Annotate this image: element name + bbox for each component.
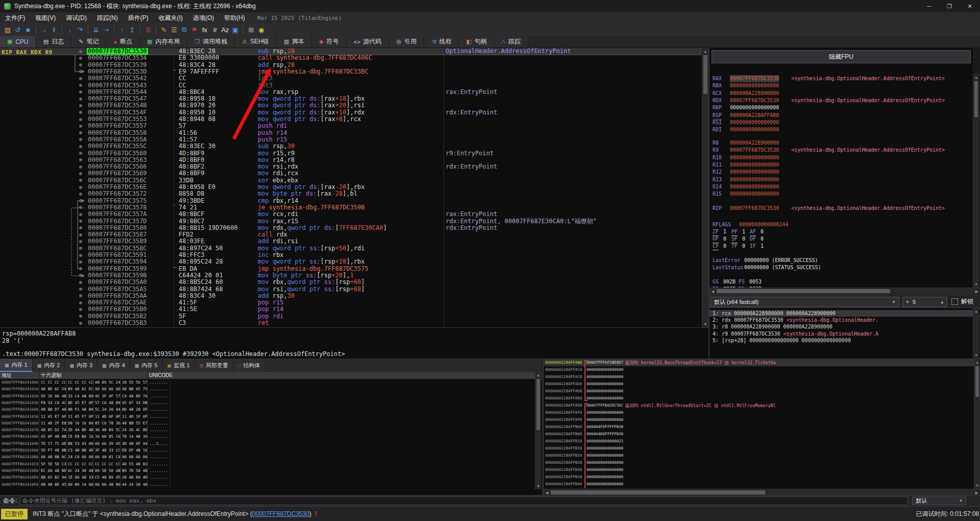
register-value[interactable]: 0000000000000000: [730, 119, 779, 126]
disasm-row[interactable]: 00007FF687DC35B3C3ret: [0, 320, 701, 326]
breakpoint-dot[interactable]: [79, 301, 82, 304]
register-value[interactable]: 00007FF687DC3530: [730, 75, 779, 82]
breakpoint-dot[interactable]: [79, 206, 82, 209]
hide-fpu-button[interactable]: 隐藏FPU: [712, 50, 971, 63]
disasm-row[interactable]: 00007FF687DC359BC64424 20 01mov byte ptr…: [0, 272, 701, 279]
register-row[interactable]: R140000000000000000: [709, 183, 973, 191]
stop-button[interactable]: ■: [23, 26, 33, 34]
bookmark-button[interactable]: ⚑: [190, 26, 199, 34]
label-button[interactable]: ⧉: [180, 26, 189, 34]
register-value[interactable]: 0000000000000000: [730, 82, 779, 89]
tab-seh-chain[interactable]: ⚠SEH链: [235, 36, 277, 48]
dump-row[interactable]: 00007FFFB02410E08B 05 B2 941E 00 48 33C5…: [0, 474, 535, 481]
tab-dump5[interactable]: ▦内存 5: [130, 359, 163, 372]
disasm-row[interactable]: 00007FF687DC35A048:8B5C24 60mov rbx,qwor…: [0, 279, 701, 286]
dump-scrollbar[interactable]: ▲ ▼: [535, 372, 541, 489]
stack-row[interactable]: 000000A228AFFAE800007FFFB02DC5DC返回到 ntdl…: [544, 402, 974, 409]
register-value[interactable]: 000000A228900000: [730, 139, 779, 147]
breakpoint-dot[interactable]: [79, 145, 82, 148]
disasm-row[interactable]: 00007FF687DC358C48:897C24 50mov qword pt…: [0, 245, 701, 252]
tab-call-stack[interactable]: ❐调用堆栈: [187, 36, 235, 48]
dump-row[interactable]: 00007FFFB0241030F8 33 C0 4C8D 45 E7 0F57…: [0, 399, 535, 406]
breakpoint-dot[interactable]: [79, 90, 82, 93]
stack-row[interactable]: 000000A228AFFB00000004F0FFFFFB30: [544, 423, 974, 431]
disasm-row[interactable]: 00007FF687DC353948:83C4 28add rsp,28: [0, 62, 701, 68]
breakpoint-dot[interactable]: [79, 77, 82, 80]
disasm-row[interactable]: 00007FF687DC3578ˇ74 21je synthesia-dbg.7…: [0, 204, 701, 211]
register-value[interactable]: 0000000000000000: [730, 169, 779, 176]
stack-row[interactable]: 000000A228AFFAF00000000000000000: [544, 409, 974, 416]
register-row[interactable]: GS002BFS0053: [709, 278, 973, 286]
register-value[interactable]: 0000000000000000: [730, 154, 779, 161]
tab-dump3[interactable]: ▦内存 3: [65, 359, 97, 372]
disasm-row[interactable]: 00007FF687DC35A548:8B7424 68mov rsi,qwor…: [0, 286, 701, 293]
dump-row[interactable]: 00007FFFB024102095 1E 00 4833 C4 48 8945…: [0, 393, 535, 399]
disasm-row[interactable]: 00007FF687DC354748:8958 18mov qword ptr …: [0, 96, 701, 102]
patch-button[interactable]: ✎: [159, 26, 168, 34]
disasm-row[interactable]: 00007FF687DC35634D:8BF0mov r14,r8: [0, 157, 701, 163]
dump-column-header[interactable]: 地址: [0, 372, 39, 379]
menu-item[interactable]: 插件(P): [123, 14, 154, 22]
fastcall-arg-row[interactable]: 4: r9 00007FF687DC3530 <synthesia-dbg.Op…: [709, 330, 973, 337]
dump-column-header[interactable]: 十六进制: [39, 372, 148, 379]
tab-dump2[interactable]: ▦内存 2: [33, 359, 65, 372]
breakpoint-dot[interactable]: [79, 131, 82, 134]
stack-row[interactable]: 000000A228AFFAD80000000000000000: [544, 388, 974, 395]
stack-row[interactable]: 000000A228AFFB400000000000000000: [544, 481, 974, 488]
stack-row[interactable]: 000000A228AFFB300000000000000000: [544, 466, 974, 473]
command-input[interactable]: [20, 496, 908, 505]
register-row[interactable]: RIP00007FF687DC3530<synthesia-dbg.Option…: [709, 205, 973, 212]
register-value[interactable]: 0000000000000000: [730, 191, 779, 198]
breakpoint-dot[interactable]: [79, 104, 82, 107]
breakpoint-dot[interactable]: [79, 118, 82, 121]
breakpoint-dot[interactable]: [79, 84, 82, 87]
register-row[interactable]: RFLAGS0000000000000244: [709, 221, 973, 228]
flag-name[interactable]: CF: [713, 243, 719, 250]
register-row[interactable]: RCX000000A228900000: [709, 90, 973, 97]
unlock-checkbox[interactable]: [951, 298, 958, 305]
breakpoint-dot[interactable]: [79, 165, 82, 169]
execute-till-return-button[interactable]: ↑: [117, 26, 127, 34]
stack-row[interactable]: 000000A228AFFAD00000000000000000: [544, 381, 974, 388]
tab-struct[interactable]: ∷结构体: [233, 359, 265, 372]
disasm-row[interactable]: 00007FF687DC357A48:8BCFmov rcx,rdirax:En…: [0, 211, 701, 218]
disasm-row[interactable]: 00007FF687DC356948:8BF9mov rdi,rcx: [0, 170, 701, 177]
trace-into-button[interactable]: ⇊: [91, 26, 101, 34]
breakpoint-dot[interactable]: [79, 50, 82, 53]
dump-row[interactable]: 00007FFFB02410F008 48 8D 4500 B9 14 0000…: [0, 481, 535, 488]
scylla-button[interactable]: S: [143, 26, 153, 34]
tab-locals[interactable]: ⊡局部变量: [195, 359, 234, 372]
arg-count-stepper[interactable]: ▼ 5 ▲: [902, 297, 947, 307]
register-value[interactable]: 0000000000000000: [730, 176, 779, 183]
dump-column-header[interactable]: UNICODE: [148, 372, 171, 379]
disasm-row[interactable]: 00007FF687DC3542CCint3: [0, 75, 701, 82]
disasm-row[interactable]: 00007FF687DC358048:8B15 19D70600mov rdx,…: [0, 225, 701, 231]
disasm-row[interactable]: 00007FF687DC35B25Fpop rdi: [0, 313, 701, 320]
dump-row[interactable]: 00007FFFB02410A05D F7 48 8BC3 48 8B 4D3F…: [0, 447, 535, 454]
register-value[interactable]: 0000000000000000: [730, 161, 779, 169]
breakpoint-dot[interactable]: [79, 226, 82, 229]
disasm-row[interactable]: 00007FF687DC354448:8BC4mov rax,rsprax:En…: [0, 89, 701, 96]
register-row[interactable]: R150000000000000000: [709, 191, 973, 198]
disasm-row[interactable]: 00007FF687DC35AE41:5Fpop r15: [0, 299, 701, 306]
disasm-row[interactable]: 00007FF687DC3534E8 330B0000call synthesi…: [0, 55, 701, 61]
breakpoint-dot[interactable]: [79, 70, 82, 73]
tab-breakpoints[interactable]: ●断点: [106, 36, 140, 48]
dump-row[interactable]: 00007FFFB024106011 4D 2F E8D8 16 16 0085…: [0, 420, 535, 427]
register-row[interactable]: ZF1PF1AF0: [709, 228, 973, 235]
chevron-up-icon[interactable]: ▲: [940, 300, 944, 304]
breakpoint-dot[interactable]: [79, 138, 82, 141]
breakpoint-dot[interactable]: [79, 274, 82, 277]
calling-convention-select[interactable]: 默认 (x64 fastcall) ▼: [710, 297, 899, 307]
menu-item[interactable]: 收藏夹(I): [154, 14, 188, 22]
disasm-row[interactable]: 00007FF687DC358948:03FEadd rdi,rsi: [0, 238, 701, 245]
disasm-row[interactable]: 00007FF687DC356C33DBxor ebx,ebx: [0, 177, 701, 184]
dump-row[interactable]: 00007FFFB02410B000 48 8B 9C24 C0 00 0000…: [0, 454, 535, 460]
register-value[interactable]: 0000000000000000: [730, 183, 779, 191]
register-row[interactable]: RAX00007FF687DC3530<synthesia-dbg.Option…: [709, 75, 973, 82]
menu-item[interactable]: 视图(V): [30, 14, 61, 22]
register-row[interactable]: R120000000000000000: [709, 169, 973, 176]
disasm-row[interactable]: 00007FF687DC355348:8948 08mov qword ptr …: [0, 116, 701, 123]
minimize-button[interactable]: ─: [919, 0, 939, 12]
strings-button[interactable]: Az: [220, 26, 230, 34]
